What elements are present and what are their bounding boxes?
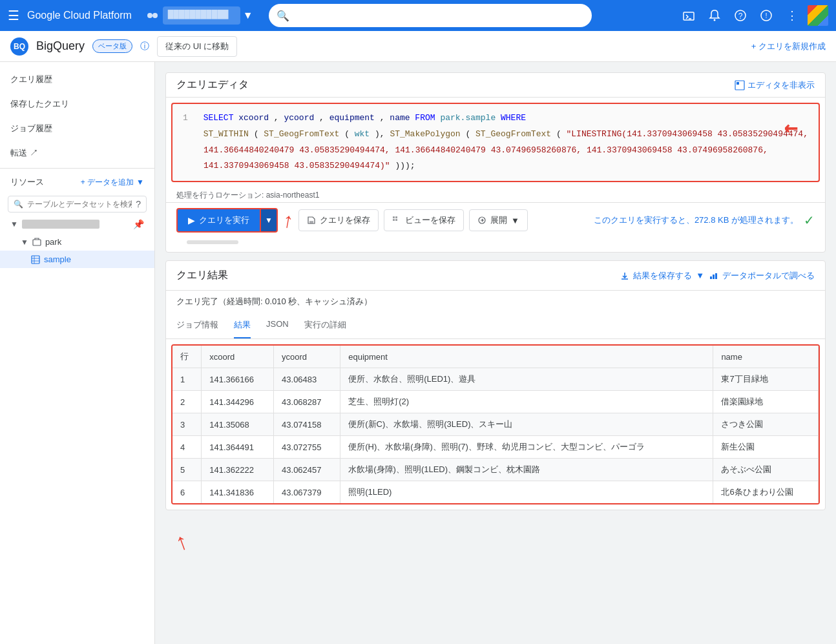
expand-dropdown-icon: ▼ bbox=[511, 216, 519, 225]
editor-header: クエリエディタ エディタを非表示 bbox=[166, 73, 825, 98]
location-label: 処理を行うロケーション: asia-northeast1 bbox=[166, 187, 825, 202]
project-dropdown-icon[interactable]: ▼ bbox=[243, 10, 253, 21]
table-cell: 東7丁目緑地 bbox=[713, 368, 819, 391]
sidebar-item-saved-queries[interactable]: 保存したクエリ bbox=[0, 92, 154, 116]
svg-rect-19 bbox=[393, 219, 395, 221]
table-cell: 2 bbox=[172, 391, 202, 413]
save-query-button[interactable]: クエリを保存 bbox=[298, 209, 379, 231]
editor-arrow-annotation: ↗ bbox=[784, 109, 798, 147]
table-cell: 43.067379 bbox=[274, 481, 340, 504]
sql-line-4: 141.3370943069458 43.05835290494474)" ))… bbox=[183, 160, 808, 173]
more-icon[interactable]: ⋮ bbox=[782, 5, 802, 26]
results-table: 行 xcoord ycoord equipment name 1141.3661… bbox=[172, 346, 819, 503]
play-icon: ▶ bbox=[188, 215, 195, 225]
col-header-equipment: equipment bbox=[340, 346, 713, 368]
search-input[interactable] bbox=[289, 10, 584, 21]
sidebar-item-query-history[interactable]: クエリ履歴 bbox=[0, 67, 154, 92]
table-cell: 5 bbox=[172, 459, 202, 481]
tab-job-info[interactable]: ジョブ情報 bbox=[176, 313, 218, 338]
table-row: 3141.3506843.074158便所(新C)、水飲場、照明(3LED)、ス… bbox=[172, 413, 819, 436]
pin-icon: 📌 bbox=[133, 219, 144, 229]
notification-icon[interactable] bbox=[704, 5, 725, 26]
sql-line-1: 1 SELECT xcoord , ycoord , equipment , n… bbox=[183, 112, 808, 125]
expand-icon bbox=[477, 216, 486, 225]
cloud-shell-icon[interactable] bbox=[678, 5, 699, 26]
table-cell: 北6条ひまわり公園 bbox=[713, 481, 819, 504]
legacy-ui-button[interactable]: 従来の UI に移動 bbox=[157, 36, 237, 57]
new-query-button[interactable]: + クエリを新規作成 bbox=[751, 41, 826, 52]
dataset-icon bbox=[32, 238, 41, 247]
tab-execution-details[interactable]: 実行の詳細 bbox=[304, 313, 346, 338]
help-icon[interactable]: ? bbox=[730, 5, 751, 26]
tree-dataset-park[interactable]: ▼ park bbox=[0, 233, 154, 251]
project-selector[interactable]: ███████████ bbox=[163, 6, 240, 25]
results-header: クエリ結果 結果を保存する ▼ データポータルで調べる bbox=[166, 261, 825, 291]
search-help-icon: ? bbox=[136, 199, 141, 209]
project-name-blurred: ████████████ bbox=[22, 220, 99, 229]
project-icon bbox=[145, 8, 160, 23]
resource-search-input[interactable] bbox=[27, 200, 132, 209]
search-icon: 🔍 bbox=[14, 200, 23, 209]
editor-panel: クエリエディタ エディタを非表示 1 SELECT xcoord , ycoor… bbox=[165, 72, 826, 253]
sidebar: クエリ履歴 保存したクエリ ジョブ履歴 転送 ↗ リソース + データを追加 ▼… bbox=[0, 62, 155, 644]
table-cell: 便所(H)、水飲場(身障)、照明(7)、野球、幼児用コンビ、大型コンビ、パーゴラ bbox=[340, 436, 713, 459]
results-actions: 結果を保存する ▼ データポータルで調べる bbox=[620, 270, 815, 282]
table-row: 4141.36449143.072755便所(H)、水飲場(身障)、照明(7)、… bbox=[172, 436, 819, 459]
tab-results[interactable]: 結果 bbox=[234, 313, 251, 338]
run-query-button[interactable]: ▶ クエリを実行 bbox=[176, 208, 261, 233]
svg-point-0 bbox=[147, 13, 152, 18]
col-header-ycoord: ycoord bbox=[274, 346, 340, 368]
table-row: 1141.36616643.06483便所、水飲台、照明(LED1)、遊具東7丁… bbox=[172, 368, 819, 391]
table-row: 6141.34183643.067379照明(1LED)北6条ひまわり公園 bbox=[172, 481, 819, 504]
editor-toggle-button[interactable]: エディタを非表示 bbox=[735, 79, 815, 91]
save-results-button[interactable]: 結果を保存する ▼ bbox=[620, 270, 704, 282]
avatar[interactable] bbox=[808, 5, 828, 26]
dataset-expand-icon: ▼ bbox=[21, 238, 28, 247]
tree-table-sample[interactable]: sample bbox=[0, 251, 154, 268]
bottom-arrow-annotation: ↑ bbox=[165, 523, 826, 561]
table-row: 5141.36222243.062457水飲場(身障)、照明(1LED)、鋼製コ… bbox=[172, 459, 819, 481]
svg-rect-17 bbox=[393, 216, 395, 218]
results-table-wrapper: 行 xcoord ycoord equipment name 1141.3661… bbox=[171, 344, 820, 504]
sidebar-item-transfer[interactable]: 転送 ↗ bbox=[0, 141, 154, 165]
sql-line-2: 1 ST_WITHIN ( ST_GeogFromText ( wkt ), S… bbox=[183, 128, 808, 141]
data-portal-button[interactable]: データポータルで調べる bbox=[709, 270, 815, 282]
table-cell: 新生公園 bbox=[713, 436, 819, 459]
table-cell: 43.074158 bbox=[274, 413, 340, 436]
save-icon bbox=[307, 216, 316, 225]
table-cell: 141.35068 bbox=[202, 413, 274, 436]
beta-badge: ベータ版 bbox=[92, 39, 132, 53]
sql-editor[interactable]: 1 SELECT xcoord , ycoord , equipment , n… bbox=[171, 103, 820, 182]
save-view-button[interactable]: ビューを保存 bbox=[384, 209, 464, 231]
results-status: クエリ完了（経過時間: 0.010 秒、キャッシュ済み） bbox=[166, 291, 825, 313]
table-cell: 43.06483 bbox=[274, 368, 340, 391]
svg-text:!: ! bbox=[765, 12, 767, 19]
table-cell: 借楽園緑地 bbox=[713, 391, 819, 413]
table-cell: あそぶべ公園 bbox=[713, 459, 819, 481]
alerts-icon[interactable]: ! bbox=[756, 5, 777, 26]
tab-json[interactable]: JSON bbox=[266, 313, 289, 338]
run-query-dropdown[interactable]: ▼ bbox=[261, 208, 278, 233]
table-cell: 141.364491 bbox=[202, 436, 274, 459]
sidebar-item-job-history[interactable]: ジョブ履歴 bbox=[0, 116, 154, 141]
sql-line-3: 141.36644840240479 43.05835290494474, 14… bbox=[183, 144, 808, 158]
tree-project[interactable]: ▼ ████████████ 📌 bbox=[0, 215, 154, 233]
menu-icon[interactable]: ☰ bbox=[8, 8, 19, 23]
svg-rect-23 bbox=[710, 276, 712, 279]
table-cell: 4 bbox=[172, 436, 202, 459]
add-data-button[interactable]: + データを追加 ▼ bbox=[81, 177, 144, 188]
expand-button[interactable]: 展開 ▼ bbox=[469, 209, 528, 231]
resource-search-box[interactable]: 🔍 ? bbox=[8, 196, 147, 213]
topbar-logo-text: Google Cloud Platform bbox=[27, 10, 132, 21]
run-btn-group: ▶ クエリを実行 ▼ bbox=[176, 208, 278, 233]
table-cell: 1 bbox=[172, 368, 202, 391]
table-cell: 芝生、照明灯(2) bbox=[340, 391, 713, 413]
topbar-search[interactable]: 🔍 bbox=[269, 4, 592, 27]
topbar-logo: Google Cloud Platform bbox=[27, 10, 132, 21]
editor-title: クエリエディタ bbox=[176, 78, 249, 92]
results-title: クエリ結果 bbox=[176, 269, 228, 282]
topbar-actions: ? ! ⋮ bbox=[678, 5, 828, 26]
info-icon[interactable]: ⓘ bbox=[140, 41, 149, 52]
table-cell: 水飲場(身障)、照明(1LED)、鋼製コンビ、枕木園路 bbox=[340, 459, 713, 481]
svg-text:?: ? bbox=[738, 12, 743, 21]
